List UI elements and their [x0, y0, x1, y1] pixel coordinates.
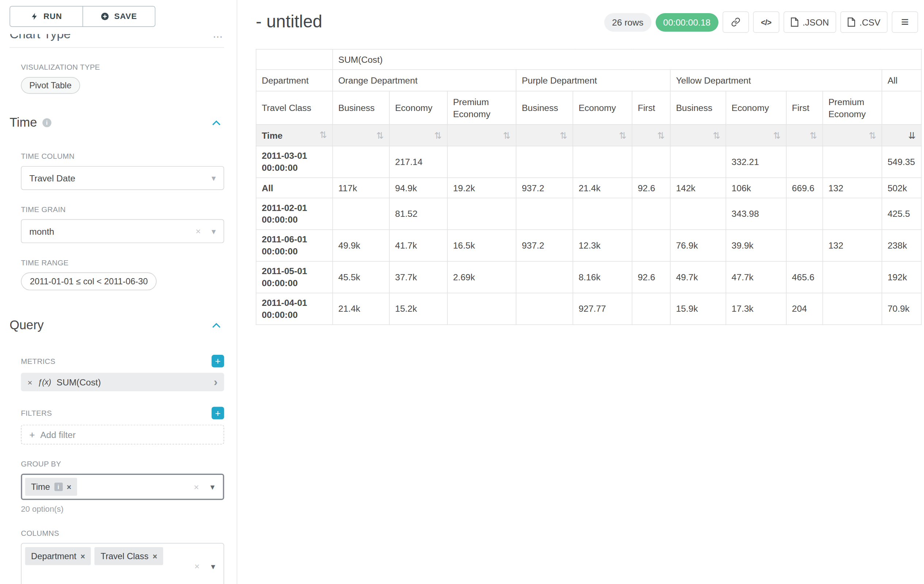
add-filter-plus-button[interactable]: + — [211, 406, 224, 419]
code-icon: </> — [761, 18, 771, 26]
query-section-header[interactable]: Query — [10, 318, 224, 339]
travel-class-cell: First — [632, 91, 670, 125]
save-button[interactable]: SAVE — [82, 6, 155, 26]
value-cell: 45.5k — [333, 262, 389, 293]
travel-class-cell — [882, 91, 921, 125]
chevron-down-icon[interactable]: ▾ — [211, 226, 216, 236]
row-count-badge: 26 rows — [604, 13, 652, 31]
columns-select[interactable]: × ▾ Department×Travel Class× — [21, 543, 224, 584]
value-cell: 669.6 — [786, 178, 823, 198]
value-cell — [632, 293, 670, 325]
value-cell — [573, 146, 632, 178]
copy-link-button[interactable] — [723, 12, 749, 33]
chevron-down-icon[interactable]: ▾ — [211, 561, 216, 571]
department-group-cell: All — [882, 70, 921, 91]
sort-desc-icon[interactable]: ⇊ — [908, 130, 916, 140]
value-cell — [516, 293, 573, 325]
value-cell: 41.7k — [389, 230, 447, 262]
sort-toggle-icon[interactable]: ⇅ — [869, 130, 876, 140]
clear-icon[interactable]: × — [194, 482, 199, 492]
chevron-down-icon[interactable]: ▾ — [210, 482, 215, 492]
filters-label-row: FILTERS + — [21, 406, 224, 419]
save-label: SAVE — [114, 12, 137, 21]
sort-toggle-icon[interactable]: ⇅ — [320, 129, 327, 140]
value-cell — [786, 146, 823, 178]
selected-value-pill[interactable]: Timei× — [25, 478, 78, 496]
time-column-label-row: TIME COLUMN — [21, 152, 224, 161]
sort-toggle-icon[interactable]: ⇅ — [376, 130, 384, 140]
row-header-cell: All — [256, 178, 332, 198]
remove-value-icon[interactable]: × — [67, 482, 71, 491]
value-cell: 21.4k — [573, 178, 632, 198]
sort-toggle-icon[interactable]: ⇅ — [657, 130, 665, 140]
chevron-down-icon[interactable]: ▾ — [211, 173, 216, 183]
row-header-cell: 2011-06-01 00:00:00 — [256, 230, 332, 262]
value-cell: 117k — [333, 178, 389, 198]
time-grain-label-row: TIME GRAIN — [21, 206, 224, 214]
plus-icon: + — [29, 429, 35, 440]
value-cell: 204 — [786, 293, 823, 325]
chart-title[interactable]: - untitled — [256, 10, 322, 33]
clear-icon[interactable]: × — [196, 226, 201, 236]
add-filter-button[interactable]: + Add filter — [21, 425, 224, 444]
sort-toggle-icon[interactable]: ⇅ — [773, 130, 781, 140]
remove-metric-icon[interactable]: × — [27, 377, 32, 387]
sort-header-cell: ⇅ — [389, 125, 447, 146]
chevron-right-icon[interactable]: › — [214, 375, 217, 389]
pivot-corner-cell — [256, 49, 332, 70]
view-query-button[interactable]: </> — [753, 12, 779, 33]
value-cell: 15.2k — [389, 293, 447, 325]
table-row: 2011-06-01 00:00:0049.9k41.7k16.5k937.21… — [256, 230, 921, 262]
metric-item[interactable]: × ƒ(x) SUM(Cost) › — [21, 373, 224, 391]
viz-type-pill[interactable]: Pivot Table — [21, 77, 79, 94]
time-column-select[interactable]: Travel Date ▾ — [21, 166, 224, 190]
value-cell — [516, 146, 573, 178]
clear-icon[interactable]: × — [194, 561, 200, 571]
columns-label-row: COLUMNS — [21, 529, 224, 538]
value-cell: 332.21 — [726, 146, 786, 178]
time-range-pill[interactable]: 2011-01-01 ≤ col < 2011-06-30 — [21, 272, 157, 290]
run-save-group: RUN SAVE — [10, 6, 155, 26]
sort-toggle-icon[interactable]: ⇅ — [559, 130, 567, 140]
selected-value-pill[interactable]: Travel Class× — [95, 547, 163, 565]
time-grain-select[interactable]: month × ▾ — [21, 219, 224, 243]
remove-value-icon[interactable]: × — [81, 551, 85, 561]
export-csv-button[interactable]: .CSV — [840, 12, 888, 33]
run-label: RUN — [43, 12, 62, 21]
value-cell — [333, 146, 389, 178]
value-cell — [786, 198, 823, 230]
value-cell: 425.5 — [882, 198, 921, 230]
sort-toggle-icon[interactable]: ⇅ — [713, 130, 720, 140]
info-icon[interactable]: i — [42, 118, 51, 127]
sort-toggle-icon[interactable]: ⇅ — [434, 130, 442, 140]
remove-value-icon[interactable]: × — [153, 551, 157, 561]
table-row: 2011-04-01 00:00:0021.4k15.2k927.7715.9k… — [256, 293, 921, 325]
value-cell — [786, 230, 823, 262]
selected-value-pill[interactable]: Department× — [25, 547, 91, 565]
value-cell: 94.9k — [389, 178, 447, 198]
explore-view: RUN SAVE Chart Type ⋯ VISUALIZATION TYPE… — [0, 0, 924, 584]
sort-toggle-icon[interactable]: ⇅ — [619, 130, 626, 140]
run-button[interactable]: RUN — [10, 6, 82, 26]
value-cell — [823, 262, 882, 293]
group-by-select[interactable]: × ▾ Timei× — [21, 474, 224, 500]
add-metric-button[interactable]: + — [211, 355, 224, 367]
value-cell — [333, 198, 389, 230]
time-range-label-row: TIME RANGE — [21, 259, 224, 267]
sort-toggle-icon[interactable]: ⇅ — [810, 130, 817, 140]
sort-toggle-icon[interactable]: ⇅ — [503, 130, 511, 140]
info-icon[interactable]: i — [54, 482, 63, 491]
chevron-up-icon[interactable] — [212, 322, 221, 328]
sort-header-cell: ⇅ — [333, 125, 389, 146]
export-json-button[interactable]: .JSON — [784, 12, 836, 33]
time-range-label: TIME RANGE — [21, 259, 69, 267]
chevron-up-icon[interactable] — [212, 120, 221, 125]
travel-class-cell: Business — [516, 91, 573, 125]
time-dim-cell: Time⇅ — [256, 125, 332, 146]
travel-class-cell: Premium Economy — [823, 91, 882, 125]
metrics-label: METRICS — [21, 357, 55, 365]
time-section-header[interactable]: Time i — [10, 115, 224, 137]
value-cell: 132 — [823, 178, 882, 198]
menu-button[interactable]: ≡ — [892, 12, 918, 33]
pill-label: Department — [31, 551, 76, 561]
